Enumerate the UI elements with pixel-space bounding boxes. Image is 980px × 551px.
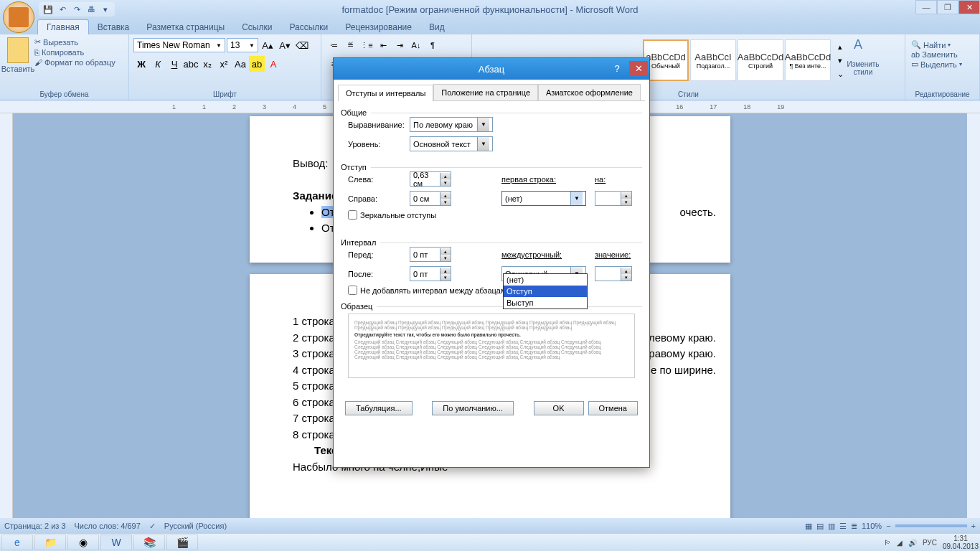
increase-indent-button[interactable]: ⇥ (392, 37, 407, 53)
tray-sound-icon[interactable]: 🔊 (908, 539, 917, 547)
save-icon[interactable]: 💾 (42, 3, 55, 16)
cut-button[interactable]: ✂Вырезать (34, 37, 116, 47)
tab-view[interactable]: Вид (420, 20, 453, 34)
italic-button[interactable]: К (150, 56, 166, 72)
tab-mailings[interactable]: Рассылки (281, 20, 336, 34)
replace-button[interactable]: abЗаменить (911, 50, 974, 59)
bullets-button[interactable]: ≔ (326, 37, 341, 53)
tab-home[interactable]: Главная (37, 19, 89, 34)
before-spin[interactable]: 0 пт▴▾ (410, 247, 451, 262)
sort-button[interactable]: A↓ (408, 37, 424, 53)
tray-network-icon[interactable]: ◢ (897, 539, 903, 547)
right-indent-spin[interactable]: 0 см▴▾ (410, 191, 451, 206)
winrar-icon[interactable]: 📚 (133, 534, 165, 550)
tabs-button[interactable]: Табуляция... (345, 401, 413, 415)
dialog-tab-asian[interactable]: Азиатское оформление (538, 84, 641, 100)
find-button[interactable]: 🔍Найти▾ (911, 40, 974, 50)
highlight-button[interactable]: ab (249, 56, 265, 72)
tab-references[interactable]: Ссылки (233, 20, 281, 34)
default-button[interactable]: По умолчанию... (432, 401, 514, 415)
change-case-button[interactable]: Aa (232, 56, 248, 72)
undo-icon[interactable]: ↶ (56, 3, 69, 16)
copy-button[interactable]: ⎘Копировать (34, 48, 116, 57)
bold-button[interactable]: Ж (133, 56, 149, 72)
print-icon[interactable]: 🖶 (85, 3, 98, 16)
tab-review[interactable]: Рецензирование (336, 20, 420, 34)
style-preview: AaBbCcDd (738, 52, 783, 62)
decrease-indent-button[interactable]: ⇤ (375, 37, 391, 53)
zoom-in-icon[interactable]: + (971, 522, 976, 530)
chrome-icon[interactable]: ◉ (67, 534, 99, 550)
word-count[interactable]: Число слов: 4/697 (75, 522, 141, 531)
clear-format-button[interactable]: ⌫ (294, 37, 310, 53)
page-indicator[interactable]: Страница: 2 из 3 (4, 522, 66, 531)
dialog-tab-position[interactable]: Положение на странице (433, 84, 538, 100)
scrollbar-vertical[interactable] (967, 113, 980, 518)
dropdown-item-hanging[interactable]: Выступ (504, 297, 587, 309)
paste-button[interactable]: Вставить (4, 37, 32, 83)
style-strong[interactable]: AaBbCcDd Строгий (738, 39, 783, 81)
numbering-button[interactable]: ≝ (342, 37, 358, 53)
maximize-button[interactable]: ❐ (937, 0, 958, 14)
font-size-combo[interactable]: 13▼ (227, 38, 258, 52)
close-button[interactable]: ✕ (958, 0, 980, 14)
zoom-out-icon[interactable]: − (886, 522, 890, 530)
view-read-icon[interactable]: ▤ (816, 522, 824, 531)
view-draft-icon[interactable]: ≣ (851, 522, 857, 531)
zoom-value[interactable]: 110% (862, 522, 882, 530)
mirror-indents-checkbox[interactable] (348, 210, 357, 220)
firstline-combo[interactable]: (нет)▼ (501, 191, 586, 206)
word-icon[interactable]: W (100, 534, 132, 550)
no-space-checkbox[interactable] (348, 286, 357, 295)
show-marks-button[interactable]: ¶ (425, 37, 440, 53)
dialog-tab-indents[interactable]: Отступы и интервалы (338, 85, 433, 101)
dropdown-item-indent[interactable]: Отступ (504, 286, 587, 297)
after-spin[interactable]: 0 пт▴▾ (410, 266, 451, 281)
dialog-close-button[interactable]: ✕ (629, 61, 648, 75)
media-icon[interactable]: 🎬 (166, 534, 198, 550)
strikethrough-button[interactable]: abc (183, 56, 199, 72)
style-subtitle[interactable]: AaBbCcI Подзагол... (690, 39, 736, 81)
qat-dropdown-icon[interactable]: ▾ (99, 3, 112, 16)
linespacing-value-spin[interactable]: ▴▾ (595, 266, 632, 281)
left-indent-spin[interactable]: 0,63 см▴▾ (410, 171, 451, 187)
clock[interactable]: 1:31 09.04.2013 (943, 534, 979, 550)
zoom-slider[interactable] (895, 524, 967, 527)
format-painter-button[interactable]: 🖌Формат по образцу (34, 58, 116, 67)
language-indicator[interactable]: Русский (Россия) (164, 522, 227, 531)
dialog-titlebar[interactable]: Абзац ? ✕ (334, 58, 649, 80)
change-styles-label: Изменить стили (847, 60, 879, 76)
explorer-icon[interactable]: 📁 (34, 534, 66, 550)
dialog-help-button[interactable]: ? (608, 61, 626, 75)
tab-layout[interactable]: Разметка страницы (138, 20, 233, 34)
office-button[interactable] (3, 1, 34, 33)
view-web-icon[interactable]: ▥ (828, 522, 835, 531)
multilevel-button[interactable]: ⋮≡ (359, 37, 374, 53)
cancel-button[interactable]: Отмена (588, 401, 638, 415)
font-color-button[interactable]: A (265, 56, 281, 72)
redo-icon[interactable]: ↷ (70, 3, 83, 16)
tab-insert[interactable]: Вставка (89, 20, 138, 34)
ie-icon[interactable]: e (1, 534, 33, 550)
tray-language[interactable]: РУС (923, 539, 937, 547)
superscript-button[interactable]: x² (216, 56, 232, 72)
subscript-button[interactable]: x₂ (199, 56, 215, 72)
dropdown-item-none[interactable]: (нет) (504, 274, 587, 286)
align-combo[interactable]: По левому краю▼ (410, 117, 493, 132)
ok-button[interactable]: OK (534, 401, 584, 415)
minimize-button[interactable]: — (915, 0, 937, 14)
firstline-by-spin[interactable]: ▴▾ (595, 191, 632, 206)
view-outline-icon[interactable]: ☰ (839, 522, 847, 531)
shrink-font-button[interactable]: A▾ (277, 37, 293, 53)
spellcheck-icon[interactable]: ✓ (149, 522, 156, 531)
ruler-vertical[interactable] (0, 113, 13, 518)
tray-flag-icon[interactable]: 🏳 (884, 539, 891, 547)
level-combo[interactable]: Основной текст▼ (410, 136, 493, 151)
underline-button[interactable]: Ч (166, 56, 182, 72)
view-print-icon[interactable]: ▦ (805, 522, 812, 531)
style-nospace[interactable]: AaBbCcDd ¶ Без инте... (785, 39, 831, 81)
font-name-combo[interactable]: Times New Roman▼ (133, 38, 225, 52)
select-button[interactable]: ▭Выделить▾ (911, 60, 974, 69)
grow-font-button[interactable]: A▴ (260, 37, 275, 53)
change-styles-button[interactable]: A Изменить стили (845, 37, 881, 83)
